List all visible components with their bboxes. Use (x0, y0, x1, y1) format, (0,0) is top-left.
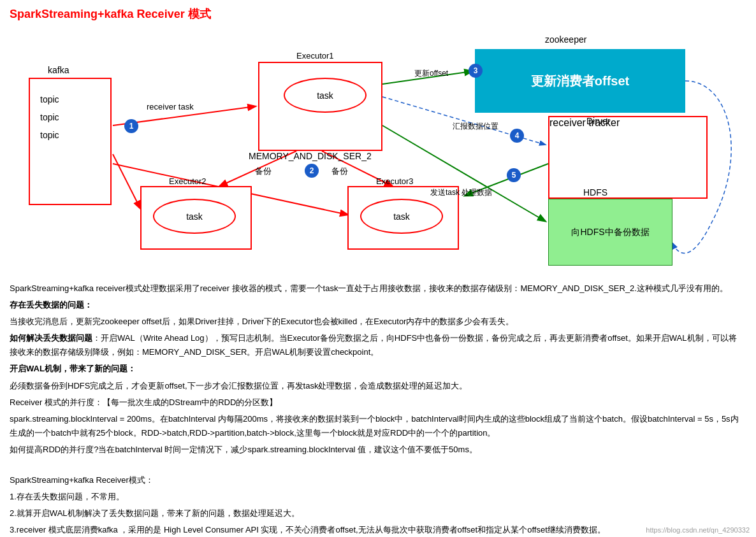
list1: 1.存在丢失数据问题，不常用。 (10, 490, 743, 504)
receiver-task-label: receiver task (147, 102, 194, 111)
circle-1: 1 (124, 119, 138, 133)
zookeeper-title: zookeeper (545, 34, 586, 45)
para5: SparkStreaming+kafka Receiver模式： (10, 473, 743, 487)
update-offset-label: 更新offset (414, 68, 448, 79)
fa-label: 发送task 处理数据 (430, 187, 492, 198)
bei2-label: 备份 (331, 166, 348, 177)
circle-2: 2 (305, 164, 319, 178)
hdfs-title: HDFS (583, 187, 607, 197)
para3: spark.streaming.blockInterval = 200ms。在b… (10, 412, 743, 440)
diagram-area: kafka topic topic topic Executor1 task E… (10, 27, 743, 275)
zookeeper-box: 更新消费者offset (475, 49, 685, 113)
kafka-label: kafka (48, 65, 69, 75)
list3: 3.receiver 模式底层消费kafka ，采用的是 High Level … (10, 523, 743, 537)
solution-title: 如何解决丢失数据问题 (10, 333, 92, 343)
para2: Receiver 模式的并行度：【每一批次生成的DStream中的RDD的分区数… (10, 396, 743, 410)
page-title: SparkStreaming+kafka Receiver 模式 (10, 6, 746, 22)
hdfs-text: 向HDFS中备份数据 (571, 227, 649, 238)
para4: 如何提高RDD的并行度?当在batchInterval 时间一定情况下，减少sp… (10, 443, 743, 457)
para1: SparkStreaming+kafka receiver模式处理数据采用了re… (10, 282, 743, 296)
problem-desc: 当接收完消息后，更新完zookeeper offset后，如果Driver挂掉，… (10, 315, 743, 329)
circle-4: 4 (510, 129, 524, 143)
executor3-task: task (360, 199, 443, 234)
topic-1: topic (40, 90, 59, 108)
report-label: 汇报数据位置 (453, 121, 498, 132)
watermark: https://blog.csdn.net/qn_4290332 (646, 526, 750, 534)
executor1-title: Executor1 (296, 51, 334, 61)
svg-line-7 (113, 154, 140, 208)
zookeeper-text: 更新消费者offset (531, 73, 629, 90)
memory-label: MEMORY_AND_DISK_SER_2 (249, 151, 372, 161)
circle-3: 3 (469, 64, 483, 78)
list2: 2.就算开启WAL机制解决了丢失数据问题，带来了新的问题，数据处理延迟大。 (10, 506, 743, 520)
topic-3: topic (40, 126, 59, 144)
text-content: SparkStreaming+kafka receiver模式处理数据采用了re… (10, 282, 743, 537)
bei1-label: 备份 (255, 166, 272, 177)
hdfs-box: 向HDFS中备份数据 (548, 199, 672, 266)
solution-line: 如何解决丢失数据问题：开启WAL（Write Ahead Log），预写日志机制… (10, 331, 743, 359)
solution-desc: ：开启WAL（Write Ahead Log），预写日志机制。当Executor… (10, 333, 737, 357)
executor2-title: Executor2 (169, 176, 207, 186)
wal-title: 开启WAL机制，带来了新的问题： (10, 364, 136, 373)
problem-title: 存在丢失数据的问题： (10, 298, 743, 312)
executor3-title: Executor3 (376, 176, 414, 186)
kafka-topics: topic topic topic (40, 90, 59, 144)
wal-desc: 必须数据备份到HDFS完成之后，才会更新offset,下一步才会汇报数据位置，再… (10, 379, 743, 393)
dirver-title: Dirver (586, 116, 610, 126)
topic-2: topic (40, 108, 59, 126)
executor1-task: task (284, 78, 367, 113)
wal-line: 开启WAL机制，带来了新的问题： (10, 362, 743, 376)
dirver-box: receiver tracker (548, 116, 708, 199)
executor2-task: task (153, 199, 236, 234)
circle-5: 5 (507, 168, 521, 182)
